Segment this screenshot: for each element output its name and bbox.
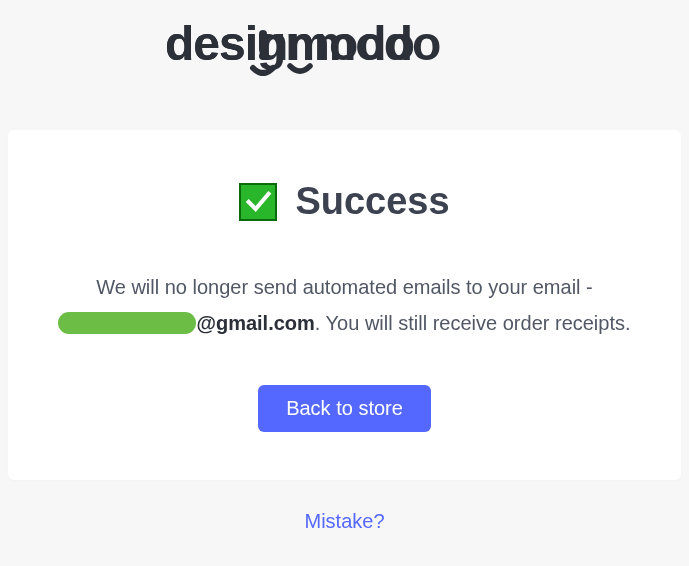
email-domain: @gmail.com: [196, 312, 314, 334]
email-redacted: [58, 312, 196, 334]
success-title: Success: [295, 180, 449, 223]
checkmark-icon: [239, 183, 277, 221]
mistake-link[interactable]: Mistake?: [304, 510, 384, 532]
success-heading: Success: [48, 180, 641, 223]
back-to-store-button[interactable]: Back to store: [258, 385, 431, 432]
svg-text:designmodo: designmodo: [165, 20, 440, 70]
logo-header: desi nmodo designmodo: [8, 0, 681, 130]
designmodo-logo: desi nmodo designmodo: [165, 20, 525, 80]
message-suffix: . You will still receive order receipts.: [315, 312, 631, 334]
footer: Mistake?: [8, 480, 681, 543]
unsubscribe-message: We will no longer send automated emails …: [48, 269, 641, 341]
success-card: Success We will no longer send automated…: [8, 130, 681, 480]
message-prefix: We will no longer send automated emails …: [96, 276, 593, 298]
